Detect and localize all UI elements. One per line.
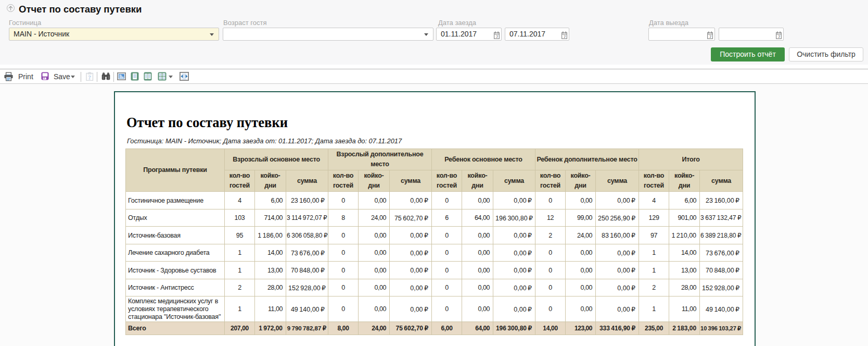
svg-text:7: 7 bbox=[778, 34, 781, 39]
svg-text:7: 7 bbox=[564, 34, 566, 39]
svg-text:7: 7 bbox=[496, 34, 499, 39]
svg-text:7: 7 bbox=[709, 34, 712, 39]
svg-text:?: ? bbox=[88, 74, 91, 80]
